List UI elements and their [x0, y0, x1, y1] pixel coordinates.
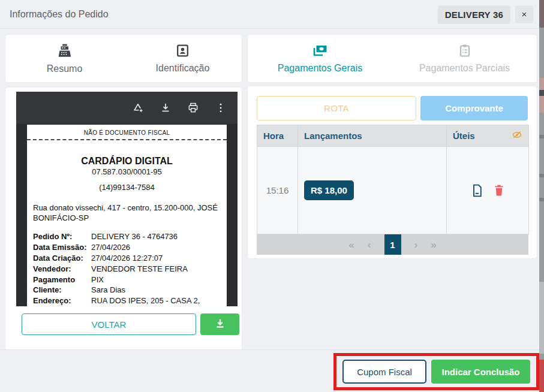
- receipt-phone: (14)99134-7584: [33, 183, 221, 192]
- modal-header: Informações do Pedido DELIVERY 36 ×: [0, 0, 539, 29]
- page-edge-strip: [539, 0, 544, 392]
- tab-resumo[interactable]: Resumo: [5, 35, 124, 82]
- annotation-highlight: Cupom Fiscal Indicar Conclusão: [333, 353, 539, 390]
- view-document-button[interactable]: [471, 184, 483, 197]
- page-title: Informações do Pedido: [10, 9, 109, 20]
- pdf-toolbar: [16, 92, 238, 124]
- tab-pagamentos-gerais[interactable]: Pagamentos Gerais: [248, 35, 392, 82]
- receipt-field-row: Endereço: RUA DOS IPES, 205 - CASA 2, PA…: [33, 295, 221, 306]
- payments-tabs-card: Pagamentos Gerais Pagamentos Parciais: [247, 34, 537, 83]
- field-value: 27/04/2026 12:27:07: [91, 253, 221, 264]
- pagination-last-button[interactable]: »: [431, 240, 436, 250]
- table-row: 15:16 R$ 18,00: [257, 147, 529, 234]
- field-label: Pagamento: [33, 275, 91, 285]
- trash-icon: [494, 189, 504, 198]
- clipboard-list-icon: [458, 43, 472, 61]
- receipt-field-row: Pagamento PIX: [33, 275, 221, 285]
- money-bill-icon: [312, 44, 329, 61]
- print-icon[interactable]: [187, 102, 199, 114]
- tab-identificacao[interactable]: Identificação: [124, 35, 242, 82]
- cell-hora: 15:16: [257, 147, 298, 234]
- receipt-fields: Pedido Nº: DELIVERY 36 - 4764736 Data Em…: [33, 231, 221, 306]
- receipt-preview-card: NÃO É DOCUMENTO FISCAL CARDÁPIO DIGITAL …: [5, 87, 242, 352]
- pagination-first-button[interactable]: «: [348, 240, 354, 250]
- header-uteis-label: Úteis: [453, 131, 475, 141]
- receipt-document: NÃO É DOCUMENTO FISCAL CARDÁPIO DIGITAL …: [27, 125, 227, 306]
- pagination: « ‹ 1 › »: [257, 234, 528, 255]
- field-label: Vendedor:: [33, 264, 91, 275]
- comprovante-button[interactable]: Comprovante: [420, 96, 528, 120]
- cell-uteis: [447, 147, 529, 234]
- id-card-icon: [175, 43, 190, 61]
- field-value: 27/04/2026: [91, 242, 221, 253]
- payments-panel: ROTA Comprovante Hora Lançamentos Úteis: [247, 86, 537, 259]
- pagination-prev-button[interactable]: ‹: [368, 240, 371, 250]
- receipt-address: Rua donato vissechi, 417 - centro, 15.20…: [33, 203, 221, 224]
- summary-tabs-card: Resumo Identificação: [5, 34, 242, 83]
- tab-resumo-label: Resumo: [47, 64, 83, 74]
- tab-identificacao-label: Identificação: [156, 63, 210, 74]
- delivery-badge: DELIVERY 36: [438, 5, 510, 24]
- voltar-button[interactable]: VOLTAR: [22, 313, 196, 335]
- table-header-row: Hora Lançamentos Úteis: [257, 125, 529, 147]
- receipt-cnpj: 07.587.030/0001-95: [33, 167, 221, 176]
- eye-slash-icon[interactable]: [512, 129, 522, 142]
- field-value: DELIVERY 36 - 4764736: [91, 231, 221, 242]
- file-icon: [471, 190, 483, 199]
- annotate-icon[interactable]: [132, 102, 144, 114]
- close-button[interactable]: ×: [515, 5, 533, 23]
- payment-amount-badge[interactable]: R$ 18,00: [304, 180, 354, 200]
- download-icon[interactable]: [160, 102, 172, 114]
- field-label: Cliente:: [33, 285, 91, 295]
- receipt-field-row: Cliente: Sara Dias: [33, 285, 221, 295]
- field-label: Pedido Nº:: [33, 231, 91, 242]
- pagination-page-1[interactable]: 1: [384, 234, 401, 255]
- field-value: Sara Dias: [91, 285, 221, 295]
- tab-pagamentos-parciais-label: Pagamentos Parciais: [419, 63, 510, 74]
- download-receipt-button[interactable]: [200, 313, 239, 335]
- more-options-icon[interactable]: [215, 102, 227, 114]
- field-value: RUA DOS IPES, 205 - CASA 2, PARQUE DO TR…: [91, 295, 221, 306]
- delete-payment-button[interactable]: [494, 184, 504, 197]
- field-label: Endereço:: [33, 295, 91, 306]
- header-lancamentos: Lançamentos: [298, 125, 447, 147]
- payments-actions: ROTA Comprovante: [257, 96, 528, 120]
- download-icon: [214, 317, 227, 332]
- indicar-conclusao-button[interactable]: Indicar Conclusão: [431, 360, 530, 384]
- receipt-field-row: Data Criação: 27/04/2026 12:27:07: [33, 253, 221, 264]
- tab-pagamentos-gerais-label: Pagamentos Gerais: [278, 63, 362, 74]
- receipt-not-fiscal: NÃO É DOCUMENTO FISCAL: [33, 129, 221, 136]
- receipt-field-row: Data Emissão: 27/04/2026: [33, 242, 221, 253]
- field-value: VENDEDOR TESTE FEIRA: [91, 264, 221, 275]
- cash-register-icon: [57, 43, 73, 61]
- header-hora: Hora: [257, 125, 298, 147]
- header-uteis: Úteis: [447, 125, 529, 147]
- field-label: Data Criação:: [33, 253, 91, 264]
- cupom-fiscal-button[interactable]: Cupom Fiscal: [342, 360, 426, 384]
- viewer-actions: VOLTAR: [22, 313, 239, 335]
- tab-pagamentos-parciais[interactable]: Pagamentos Parciais: [392, 35, 537, 82]
- field-label: Data Emissão:: [33, 242, 91, 253]
- receipt-field-row: Vendedor: VENDEDOR TESTE FEIRA: [33, 264, 221, 275]
- cell-lancamentos: R$ 18,00: [298, 147, 447, 234]
- receipt-field-row: Pedido Nº: DELIVERY 36 - 4764736: [33, 231, 221, 242]
- pdf-viewer: NÃO É DOCUMENTO FISCAL CARDÁPIO DIGITAL …: [16, 92, 238, 306]
- rota-button[interactable]: ROTA: [257, 96, 416, 120]
- receipt-store-name: CARDÁPIO DIGITAL: [33, 156, 221, 167]
- pagination-next-button[interactable]: ›: [414, 240, 418, 250]
- field-value: PIX: [91, 275, 221, 285]
- receipt-divider: [27, 139, 227, 140]
- header-actions: DELIVERY 36 ×: [438, 0, 533, 29]
- payments-table: Hora Lançamentos Úteis: [257, 125, 529, 234]
